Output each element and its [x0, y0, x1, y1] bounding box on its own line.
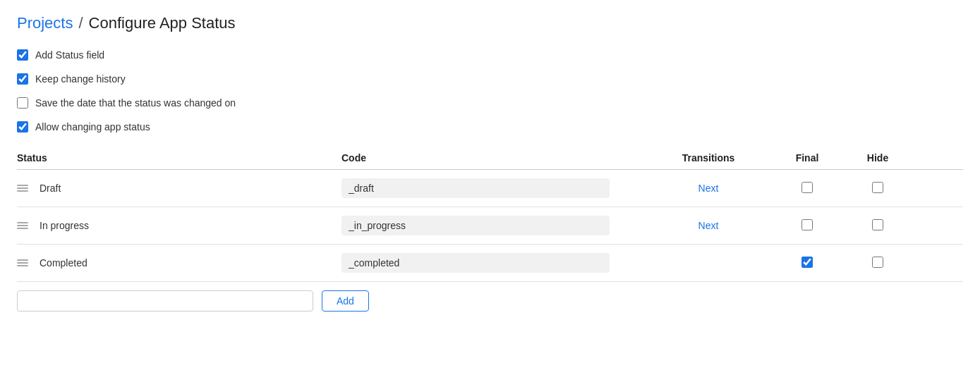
- header-transitions: Transitions: [645, 152, 772, 164]
- hide-checkbox[interactable]: [872, 182, 883, 193]
- status-cell-2: Completed: [17, 257, 341, 269]
- transitions-cell-0: Next: [645, 183, 772, 194]
- status-label: Completed: [40, 257, 87, 269]
- code-input[interactable]: [341, 216, 610, 235]
- code-cell-1: [341, 216, 645, 235]
- drag-handle-icon[interactable]: [17, 222, 28, 229]
- hide-checkbox[interactable]: [872, 219, 883, 230]
- transitions-link[interactable]: Next: [698, 183, 719, 194]
- checkbox-label-save-date: Save the date that the status was change…: [35, 97, 236, 109]
- final-checkbox[interactable]: [801, 219, 813, 230]
- code-input[interactable]: [341, 178, 610, 198]
- final-cell-2: [772, 257, 842, 270]
- header-code: Code: [341, 152, 645, 164]
- add-button[interactable]: Add: [322, 290, 369, 312]
- breadcrumb: Projects / Configure App Status: [17, 14, 963, 32]
- status-label: In progress: [40, 220, 89, 231]
- checkbox-label-allow-changing: Allow changing app status: [35, 121, 150, 133]
- checkbox-allow-changing[interactable]: [17, 121, 28, 133]
- code-input[interactable]: [341, 253, 610, 273]
- header-hide: Hide: [842, 152, 913, 164]
- new-status-input[interactable]: [17, 290, 313, 312]
- drag-handle-icon[interactable]: [17, 185, 28, 192]
- header-final: Final: [772, 152, 842, 164]
- checkboxes-container: Add Status fieldKeep change historySave …: [17, 49, 963, 133]
- checkbox-label-add-status: Add Status field: [35, 49, 104, 61]
- transitions-cell-1: Next: [645, 220, 772, 231]
- add-row: Add: [17, 290, 963, 312]
- transitions-link[interactable]: Next: [698, 220, 719, 231]
- checkbox-row-keep-history: Keep change history: [17, 73, 963, 85]
- table-section: Status Code Transitions Final Hide Draft…: [17, 152, 963, 312]
- breadcrumb-current: Configure App Status: [89, 14, 236, 32]
- final-cell-0: [772, 182, 842, 195]
- final-checkbox[interactable]: [801, 182, 813, 193]
- table-rows-container: DraftNextIn progressNextCompleted: [17, 170, 963, 282]
- checkbox-label-keep-history: Keep change history: [35, 73, 126, 85]
- hide-cell-0: [842, 182, 913, 195]
- breadcrumb-separator: /: [78, 14, 83, 32]
- drag-handle-icon[interactable]: [17, 259, 28, 266]
- hide-checkbox[interactable]: [872, 257, 883, 268]
- checkbox-row-add-status: Add Status field: [17, 49, 963, 61]
- hide-cell-2: [842, 257, 913, 270]
- checkbox-row-save-date: Save the date that the status was change…: [17, 97, 963, 109]
- status-cell-0: Draft: [17, 183, 341, 194]
- table-row: In progressNext: [17, 207, 963, 245]
- checkbox-add-status[interactable]: [17, 49, 28, 61]
- status-label: Draft: [40, 183, 61, 194]
- checkbox-keep-history[interactable]: [17, 73, 28, 85]
- status-cell-1: In progress: [17, 220, 341, 231]
- breadcrumb-link[interactable]: Projects: [17, 14, 73, 32]
- final-cell-1: [772, 219, 842, 233]
- checkbox-save-date[interactable]: [17, 97, 28, 109]
- table-row: Completed: [17, 245, 963, 282]
- code-cell-0: [341, 178, 645, 198]
- header-status: Status: [17, 152, 341, 164]
- final-checkbox[interactable]: [801, 257, 813, 268]
- table-header: Status Code Transitions Final Hide: [17, 152, 963, 170]
- code-cell-2: [341, 253, 645, 273]
- hide-cell-1: [842, 219, 913, 233]
- table-row: DraftNext: [17, 170, 963, 207]
- checkbox-row-allow-changing: Allow changing app status: [17, 121, 963, 133]
